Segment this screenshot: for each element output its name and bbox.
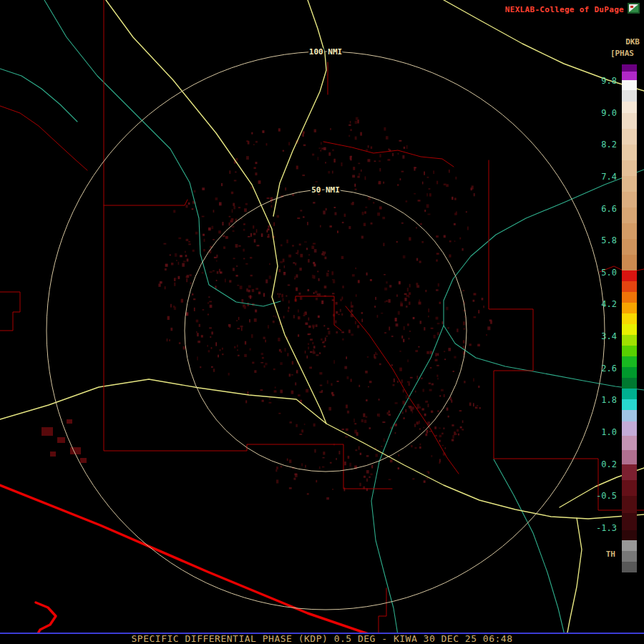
radar-echo	[215, 197, 218, 200]
radar-echo	[280, 362, 283, 365]
radar-echo	[348, 125, 351, 126]
radar-echo	[254, 167, 256, 170]
radar-echo	[379, 399, 380, 401]
radar-echo	[419, 260, 421, 263]
radar-echo	[416, 376, 418, 379]
radar-echo	[254, 318, 257, 322]
radar-echo	[409, 383, 410, 386]
radar-echo	[316, 354, 319, 356]
radar-echo	[379, 364, 381, 366]
radar-echo	[313, 424, 316, 426]
radar-echo	[361, 419, 364, 422]
radar-echo	[256, 229, 258, 233]
radar-echo	[253, 225, 254, 228]
radar-echo	[398, 311, 400, 315]
radar-echo	[264, 366, 265, 368]
radar-echo	[250, 187, 253, 189]
radar-echo-blob	[42, 427, 53, 436]
radar-echo	[228, 373, 230, 376]
radar-echo	[193, 298, 195, 300]
radar-echo	[233, 268, 235, 270]
radar-echo	[479, 407, 481, 409]
radar-echo	[366, 273, 368, 275]
radar-echo	[255, 172, 257, 175]
radar-echo	[342, 222, 344, 223]
radar-echo	[231, 192, 233, 195]
radar-echo	[284, 265, 286, 268]
radar-echo	[255, 162, 258, 164]
radar-echo	[341, 331, 344, 333]
radar-echo	[371, 147, 373, 150]
radar-echo	[292, 194, 294, 196]
radar-echo	[426, 193, 428, 196]
radar-echo	[305, 323, 308, 326]
radar-echo	[280, 466, 283, 468]
radar-echo	[422, 182, 424, 185]
radar-echo	[313, 351, 316, 353]
colorbar-band	[622, 346, 637, 356]
colorbar-band	[622, 255, 637, 270]
radar-echo	[381, 446, 382, 447]
colorbar-band	[622, 367, 637, 378]
radar-echo	[355, 321, 356, 325]
radar-echo	[173, 210, 175, 213]
radar-echo	[332, 150, 334, 152]
radar-echo	[411, 445, 412, 447]
radar-echo	[346, 405, 348, 409]
radar-echo	[195, 232, 198, 235]
radar-echo	[355, 189, 357, 190]
radar-echo	[213, 369, 215, 372]
radar-echo	[388, 159, 391, 160]
radar-echo	[211, 331, 213, 334]
radar-echo	[444, 394, 445, 397]
radar-echo	[448, 416, 449, 418]
radar-echo	[255, 141, 258, 143]
radar-echo	[338, 451, 340, 454]
radar-echo	[313, 262, 315, 264]
radar-echo	[434, 426, 436, 429]
radar-echo	[278, 295, 280, 298]
radar-echo	[464, 328, 465, 330]
radar-echo	[418, 200, 421, 201]
radar-echo	[211, 226, 213, 230]
radar-echo	[436, 317, 439, 320]
radar-echo	[444, 351, 445, 352]
radar-map: 100 NMI50 NMI	[0, 0, 644, 644]
radar-echo	[423, 427, 424, 429]
colorbar-band	[622, 450, 637, 464]
radar-echo	[379, 414, 380, 417]
radar-echo	[429, 193, 431, 197]
radar-echo	[331, 383, 332, 386]
radar-echo	[192, 201, 194, 204]
radar-echo-blob	[67, 419, 72, 424]
radar-echo	[280, 390, 283, 394]
radar-echo	[318, 147, 321, 149]
radar-echo	[395, 318, 397, 321]
radar-echo	[397, 381, 399, 383]
radar-echo	[365, 176, 366, 180]
radar-echo	[477, 344, 480, 347]
radar-echo	[245, 263, 248, 265]
radar-echo	[358, 173, 360, 176]
radar-echo	[218, 355, 219, 358]
radar-echo	[174, 283, 175, 286]
radar-echo	[222, 348, 223, 350]
radar-echo	[285, 187, 286, 190]
radar-echo	[203, 309, 205, 311]
radar-echo	[229, 223, 230, 226]
radar-echo	[427, 177, 429, 178]
county-boundary-line	[0, 292, 20, 331]
radar-echo	[463, 321, 465, 325]
radar-echo	[346, 429, 348, 431]
radar-echo	[393, 384, 395, 386]
radar-echo	[323, 457, 325, 459]
radar-echo	[464, 316, 466, 318]
radar-echo	[275, 316, 277, 318]
radar-echo	[199, 324, 200, 327]
colorbar-band	[622, 436, 637, 450]
radar-echo	[289, 459, 292, 463]
radar-echo	[220, 349, 221, 351]
radar-echo	[248, 286, 251, 288]
radar-echo	[219, 203, 222, 206]
radar-echo	[336, 331, 338, 333]
